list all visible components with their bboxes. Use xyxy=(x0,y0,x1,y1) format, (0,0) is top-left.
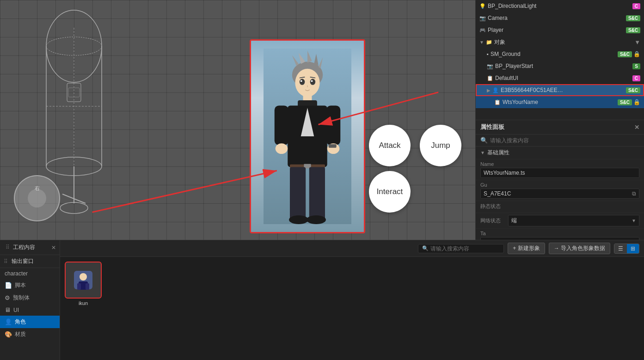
scene-hierarchy: 💡 BP_DirectionalLight C 📷 Camera S&C 🎮 P… xyxy=(476,0,644,120)
bp-player-start-icon: 📷 xyxy=(487,63,493,69)
svg-rect-47 xyxy=(77,283,81,290)
wts-icon: 📋 xyxy=(494,99,501,105)
guid-value: S_A7E41C ⧉ xyxy=(480,189,639,199)
hierarchy-item-wts-your-name[interactable]: 📋 WtsYourName S&C 🔒 xyxy=(476,96,644,108)
guid-label: Gu xyxy=(480,182,639,188)
properties-search-bar: 🔍 xyxy=(476,134,644,146)
properties-panel: 属性面板 ✕ 🔍 ▼ 基础属性 Name WtsYourName.ts Gu S… xyxy=(476,120,644,240)
name-value[interactable]: WtsYourName.ts xyxy=(480,168,639,178)
hierarchy-label-wts: WtsYourName xyxy=(503,99,538,105)
prop-row-tag: Ta xyxy=(476,229,644,240)
character-figure xyxy=(251,41,364,232)
import-figure-button[interactable]: → 导入角色形象数据 xyxy=(549,243,610,254)
action-row-bottom: Interact xyxy=(369,171,461,213)
interact-button[interactable]: Interact xyxy=(369,171,411,213)
action-row-top: Attack Jump xyxy=(369,125,461,166)
badge-sc-e3b: S&C xyxy=(626,87,640,93)
character-header-text: character xyxy=(5,270,28,277)
sidebar-item-ui[interactable]: 🖥 UI xyxy=(0,304,60,316)
ui-icon: 🖥 xyxy=(5,306,11,313)
default-ui-icon: 📋 xyxy=(487,75,493,81)
new-figure-button[interactable]: + 新建形象 xyxy=(508,243,545,254)
badge-c-default-ui: C xyxy=(632,75,640,81)
sidebar-close-btn[interactable]: ✕ xyxy=(51,244,56,251)
asset-item-ikun[interactable]: ikun xyxy=(65,262,102,306)
hierarchy-item-object-group[interactable]: ▼ 📁 对象 ▼ xyxy=(476,36,644,48)
hierarchy-item-bp-directional-light[interactable]: 💡 BP_DirectionalLight C xyxy=(476,0,644,12)
copy-icon[interactable]: ⧉ xyxy=(632,190,636,197)
drag-handle-icon-2: ⠿ xyxy=(4,258,8,265)
hierarchy-item-sm-ground[interactable]: ▪ SM_Ground S&C 🔒 xyxy=(476,48,644,60)
sm-ground-icon: ▪ xyxy=(487,51,489,57)
sidebar-item-script[interactable]: 📄 脚本 xyxy=(0,279,60,292)
asset-label-ikun: ikun xyxy=(79,300,88,306)
static-label: 静态状态 xyxy=(480,203,639,210)
svg-rect-33 xyxy=(309,167,325,220)
svg-rect-32 xyxy=(290,167,306,220)
tab-output-label: 输出窗口 xyxy=(12,258,34,264)
sidebar-item-role[interactable]: 👤 角色 xyxy=(0,316,60,328)
basic-properties-section[interactable]: ▼ 基础属性 xyxy=(476,146,644,159)
svg-point-35 xyxy=(307,215,326,224)
properties-close-btn[interactable]: ✕ xyxy=(634,124,639,131)
properties-header: 属性面板 ✕ xyxy=(476,120,644,134)
network-label: 网络状态 xyxy=(480,217,508,224)
asset-icon-box-ikun xyxy=(65,262,102,299)
action-buttons: Attack Jump Interact xyxy=(369,125,461,213)
left-sidebar: ⠿ 工程内容 ✕ ⠿ 输出窗口 character 📄 脚本 ⚙ 预制体 🖥 U… xyxy=(0,240,60,360)
drag-handle-icon: ⠿ xyxy=(6,244,10,250)
prop-row-guid: Gu S_A7E41C ⧉ xyxy=(476,180,644,201)
sidebar-item-material[interactable]: 🎨 材质 xyxy=(0,328,60,341)
top-area: Attack Jump Interact xyxy=(0,0,644,240)
sidebar-item-character-header: character xyxy=(0,268,60,279)
network-value[interactable]: 端 ▼ xyxy=(508,215,639,226)
sidebar-tab-output[interactable]: 输出窗口 xyxy=(10,256,36,266)
search-icon: 🔍 xyxy=(480,137,488,144)
svg-point-23 xyxy=(311,80,313,82)
properties-search-input[interactable] xyxy=(490,137,639,144)
hierarchy-label-object: 对象 xyxy=(494,38,505,46)
hierarchy-label-e3b: E3B556644F0C51AEEB7DF7A0 xyxy=(501,87,565,93)
hierarchy-label-sm-ground: SM_Ground xyxy=(491,51,521,57)
svg-point-20 xyxy=(300,79,305,85)
sidebar-label-script: 脚本 xyxy=(15,281,26,289)
hierarchy-item-camera[interactable]: 📷 Camera S&C xyxy=(476,12,644,24)
sidebar-tab-project[interactable]: ⠿ 工程内容 xyxy=(4,243,37,252)
section-arrow-basic: ▼ xyxy=(480,150,485,155)
svg-rect-40 xyxy=(329,144,337,148)
hierarchy-item-bp-player-start[interactable]: 📷 BP_PlayerStart S xyxy=(476,60,644,72)
prefab-icon: ⚙ xyxy=(5,294,10,301)
sidebar-label-material: 材质 xyxy=(15,330,26,338)
sidebar-item-prefab[interactable]: ⚙ 预制体 xyxy=(0,292,60,304)
viewport: Attack Jump Interact xyxy=(0,0,475,240)
basic-properties-label: 基础属性 xyxy=(487,149,509,157)
network-dropdown-arrow: ▼ xyxy=(632,218,636,223)
sidebar-label-ui: UI xyxy=(13,307,19,313)
content-area: 🔍 + 新建形象 → 导入角色形象数据 ☰ ⊞ xyxy=(60,240,644,360)
role-icon: 👤 xyxy=(5,318,12,325)
svg-rect-37 xyxy=(326,106,340,146)
bottom-area: ⠿ 工程内容 ✕ ⠿ 输出窗口 character 📄 脚本 ⚙ 预制体 🖥 U… xyxy=(0,240,644,360)
jump-button[interactable]: Jump xyxy=(420,125,461,166)
player-icon: 🎮 xyxy=(479,27,486,33)
hierarchy-label-camera: Camera xyxy=(488,15,508,21)
svg-rect-36 xyxy=(275,106,288,146)
list-view-button[interactable]: ☰ xyxy=(614,244,627,253)
hierarchy-item-player[interactable]: 🎮 Player S&C xyxy=(476,24,644,36)
attack-button[interactable]: Attack xyxy=(369,125,411,166)
material-icon: 🎨 xyxy=(5,331,12,338)
toolbar-search-input[interactable] xyxy=(430,245,500,252)
badge-c: C xyxy=(632,3,640,9)
hierarchy-item-default-ui[interactable]: 📋 DefaultUI C xyxy=(476,72,644,84)
hierarchy-label-player: Player xyxy=(488,27,503,33)
hierarchy-label-bp-directional-light: BP_DirectionalLight xyxy=(488,3,536,9)
svg-point-21 xyxy=(310,79,315,85)
joystick-outer: 右 xyxy=(14,175,60,221)
hierarchy-label-bp-player-start: BP_PlayerStart xyxy=(495,63,533,69)
svg-point-38 xyxy=(276,143,288,154)
grid-view-button[interactable]: ⊞ xyxy=(627,244,639,253)
svg-point-22 xyxy=(301,80,302,82)
viewport-grid: Attack Jump Interact xyxy=(0,0,475,240)
lock-icon-wts: 🔒 xyxy=(633,99,640,105)
hierarchy-item-e3b[interactable]: ▶ 👤 E3B556644F0C51AEEB7DF7A0 S&C xyxy=(476,84,644,96)
